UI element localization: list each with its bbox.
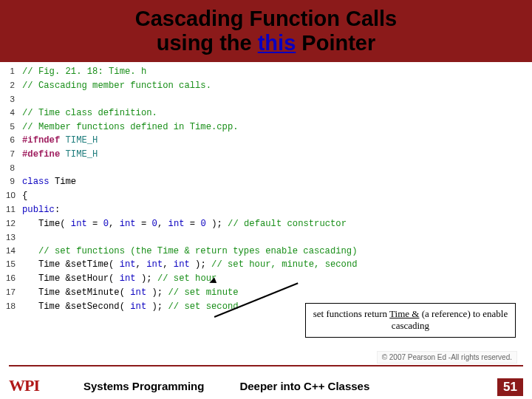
title-bar: Cascading Function Calls using the this … xyxy=(0,0,532,62)
code-line: 8 xyxy=(6,162,526,175)
code-content: Time &setHour( int ); // set hour xyxy=(22,272,216,286)
page-number: 51 xyxy=(497,378,523,396)
code-content: // set functions (the Time & return type… xyxy=(22,245,357,259)
code-line: 16 Time &setHour( int ); // set hour xyxy=(6,272,526,286)
code-token: int xyxy=(174,259,190,270)
code-token: TIME_H xyxy=(66,149,98,160)
code-token: , xyxy=(109,219,120,229)
code-token: int xyxy=(130,287,146,298)
title-line1: Cascading Function Calls xyxy=(135,7,398,30)
code-line: 4// Time class definition. xyxy=(6,106,526,120)
code-line: 6#ifndef TIME_H xyxy=(6,134,526,148)
code-token: int xyxy=(71,219,87,229)
code-line: 1// Fig. 21. 18: Time. h xyxy=(6,65,526,79)
code-token: ); xyxy=(206,219,228,229)
code-token: Time &setSecond( xyxy=(22,301,130,312)
line-number: 17 xyxy=(6,286,22,299)
code-line: 11public: xyxy=(6,203,526,217)
line-number: 14 xyxy=(6,245,22,258)
wpi-logo: WPI xyxy=(9,376,39,395)
code-token: ); xyxy=(146,301,168,312)
code-token: // Time class definition. xyxy=(22,108,157,118)
line-number: 18 xyxy=(6,300,22,313)
line-number: 7 xyxy=(6,148,22,161)
code-line: 13 xyxy=(6,231,526,245)
code-token: Time &setHour( xyxy=(22,273,120,284)
code-token: public xyxy=(22,205,55,215)
line-number: 5 xyxy=(6,120,22,134)
code-token: = xyxy=(87,219,103,229)
code-token: // set hour, minute, second xyxy=(211,259,357,270)
line-number: 15 xyxy=(6,258,22,271)
code-token: // Fig. 21. 18: Time. h xyxy=(22,66,146,77)
code-content: Time &setSecond( int ); // set second xyxy=(22,300,239,314)
code-token: Time &setMinute( xyxy=(22,287,130,298)
logo-text: WPI xyxy=(9,376,39,395)
code-token: , xyxy=(163,259,174,270)
line-number: 10 xyxy=(6,189,22,202)
line-number: 3 xyxy=(6,93,22,106)
code-content: // Cascading member function calls. xyxy=(22,79,211,93)
line-number: 8 xyxy=(6,162,22,175)
code-line: 15 Time &setTime( int, int, int ); // se… xyxy=(6,258,526,272)
code-token: int xyxy=(130,301,146,312)
code-token: #ifndef xyxy=(22,135,66,146)
code-content: { xyxy=(22,189,27,203)
code-token: Time( xyxy=(22,219,71,229)
line-number: 13 xyxy=(6,231,22,245)
code-content: Time &setMinute( int ); // set minute xyxy=(22,286,239,300)
code-token: ); xyxy=(136,273,157,284)
line-number: 1 xyxy=(6,65,22,78)
line-number: 11 xyxy=(6,203,22,216)
code-content: // Time class definition. xyxy=(22,106,157,120)
code-token: ); xyxy=(190,259,211,270)
code-token: , xyxy=(136,259,147,270)
code-token: { xyxy=(22,191,27,201)
code-line: 3 xyxy=(6,93,526,106)
code-token: , xyxy=(157,219,168,229)
copyright-note: © 2007 Pearson Ed -All rights reserved. xyxy=(377,351,517,364)
code-token: 0 xyxy=(200,219,205,229)
code-token: = xyxy=(136,219,152,229)
code-token: : xyxy=(55,205,60,215)
code-line: 9class Time xyxy=(6,175,526,189)
code-token: 0 xyxy=(103,219,109,229)
code-content: // Fig. 21. 18: Time. h xyxy=(22,65,146,79)
line-number: 2 xyxy=(6,79,22,92)
code-token: // set minute xyxy=(168,287,239,298)
code-line: 7#define TIME_H xyxy=(6,148,526,162)
code-content: Time &setTime( int, int, int ); // set h… xyxy=(22,258,358,272)
code-token xyxy=(22,246,38,256)
code-token: // default constructor xyxy=(228,219,347,229)
line-number: 6 xyxy=(6,134,22,147)
code-token: Time xyxy=(50,177,77,187)
code-token: // set hour xyxy=(157,273,216,284)
code-token: // Member functions defined in Time.cpp. xyxy=(22,122,239,132)
code-line: 14 // set functions (the Time & return t… xyxy=(6,245,526,259)
code-content: // Member functions defined in Time.cpp. xyxy=(22,120,239,134)
code-token: Time &setTime( xyxy=(22,259,120,270)
code-token: int xyxy=(120,219,136,229)
code-token: // Cascading member function calls. xyxy=(22,81,211,91)
code-token: int xyxy=(146,259,163,270)
code-line: 12 Time( int = 0, int = 0, int = 0 ); //… xyxy=(6,217,526,231)
code-line: 2// Cascading member function calls. xyxy=(6,79,526,93)
line-number: 4 xyxy=(6,106,22,120)
callout-box: set functions return Time & (a reference… xyxy=(305,303,516,338)
slide: Cascading Function Calls using the this … xyxy=(0,0,532,399)
code-content: #ifndef TIME_H xyxy=(22,134,98,148)
slide-title: Cascading Function Calls using the this … xyxy=(135,7,398,56)
code-line: 17 Time &setMinute( int ); // set minute xyxy=(6,286,526,300)
footer-right: Deeper into C++ Classes xyxy=(239,380,369,392)
code-line: 10{ xyxy=(6,189,526,203)
callout-underline: Time & xyxy=(389,308,419,319)
line-number: 16 xyxy=(6,272,22,285)
code-token: class xyxy=(22,177,50,187)
line-number: 12 xyxy=(6,217,22,231)
callout-pre: set functions return xyxy=(313,308,389,319)
code-token: TIME_H xyxy=(66,135,98,146)
footer-rule xyxy=(9,365,523,366)
code-token: int xyxy=(120,273,136,284)
code-listing: 1// Fig. 21. 18: Time. h2// Cascading me… xyxy=(0,62,532,316)
title-line2-pre: using the xyxy=(157,31,258,55)
